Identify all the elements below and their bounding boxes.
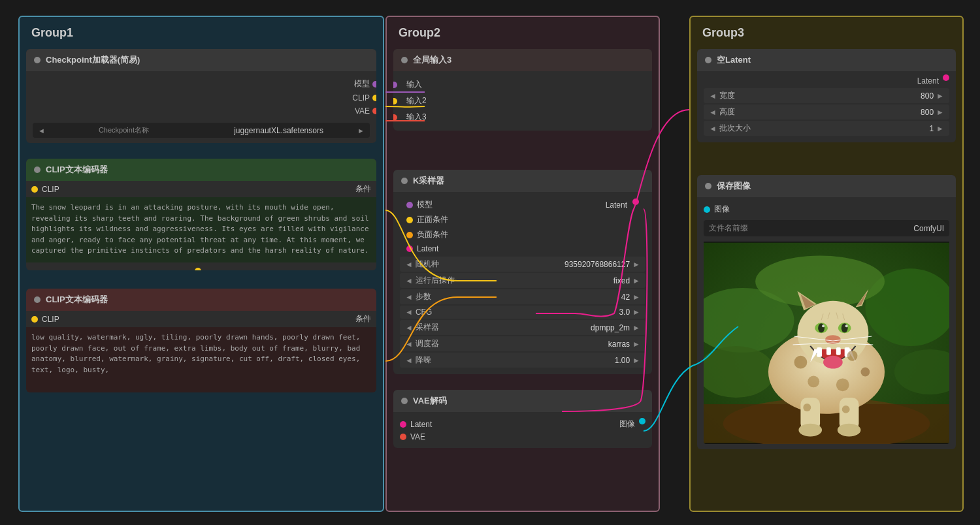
checkpoint-model-label: 模型 bbox=[354, 78, 370, 89]
save-image-node: 保存图像 图像 文件名前缀 ComfyUI bbox=[697, 175, 956, 449]
vae-vae-indicator bbox=[400, 434, 406, 440]
group3: Group3 空Latent Latent ◄ 宽度 800 ► bbox=[689, 16, 964, 512]
global-input-header: 全局输入3 bbox=[393, 49, 652, 71]
ksampler-pos-indicator bbox=[406, 217, 413, 223]
cfg-label: CFG bbox=[416, 308, 619, 317]
checkpoint-model-port[interactable] bbox=[372, 81, 376, 88]
clip-neg-header: CLIP文本编码器 bbox=[26, 289, 376, 311]
scheduler-value: karras bbox=[608, 340, 630, 349]
seed-right-arrow[interactable]: ► bbox=[632, 260, 640, 269]
filename-prefix-label: 文件名前缀 bbox=[709, 223, 826, 234]
global-in2-port[interactable] bbox=[393, 98, 397, 104]
scheduler-right-arrow[interactable]: ► bbox=[632, 340, 640, 349]
sampler-right-arrow[interactable]: ► bbox=[632, 323, 640, 332]
latent-width-row: ◄ 宽度 800 ► bbox=[704, 88, 949, 103]
batch-left-arrow[interactable]: ◄ bbox=[709, 124, 717, 133]
selector-label: Checkpoint名称 bbox=[49, 125, 199, 135]
cfg-left-arrow[interactable]: ◄ bbox=[405, 308, 413, 317]
latent-height-row: ◄ 高度 800 ► bbox=[704, 104, 949, 119]
svg-point-20 bbox=[825, 335, 841, 344]
height-left-arrow[interactable]: ◄ bbox=[709, 108, 717, 117]
vae-decode-header: VAE解码 bbox=[393, 390, 652, 412]
vae-decode-dot bbox=[401, 398, 408, 404]
denoise-right-arrow[interactable]: ► bbox=[632, 356, 640, 365]
scheduler-left-arrow[interactable]: ◄ bbox=[405, 340, 413, 349]
vae-vae-row: VAE bbox=[400, 431, 645, 443]
group2-title: Group2 bbox=[393, 24, 652, 42]
clip-neg-node: CLIP文本编码器 CLIP 条件 low quality, watermark… bbox=[26, 289, 376, 392]
svg-point-5 bbox=[755, 255, 885, 307]
svg-point-19 bbox=[845, 325, 848, 327]
save-image-header: 保存图像 bbox=[697, 175, 956, 197]
denoise-value: 1.00 bbox=[615, 356, 630, 365]
sampler-left-arrow[interactable]: ◄ bbox=[405, 323, 413, 332]
latent-batch-row: ◄ 批次大小 1 ► bbox=[704, 121, 949, 136]
ksampler-cfg-row: ◄ CFG 3.0 ► bbox=[400, 306, 645, 319]
vae-decode-title: VAE解码 bbox=[413, 395, 447, 407]
svg-point-32 bbox=[860, 368, 870, 377]
ksampler-node: K采样器 模型 Latent 正面条件 bbox=[393, 170, 652, 374]
height-value: 800 bbox=[921, 108, 934, 117]
vae-image-out-port[interactable] bbox=[639, 418, 645, 424]
clip-pos-text[interactable]: The snow leopard is in an attacking post… bbox=[26, 197, 376, 262]
clip-neg-label: CLIP bbox=[42, 315, 59, 324]
clip-pos-title: CLIP文本编码器 bbox=[46, 164, 108, 176]
group2: Group2 全局输入3 输入 输入2 输入3 bbox=[385, 16, 660, 512]
latent-output-port[interactable] bbox=[943, 74, 949, 81]
checkpoint-clip-port[interactable] bbox=[372, 95, 376, 101]
latent-output-label: Latent bbox=[917, 76, 939, 86]
save-image-title: 保存图像 bbox=[717, 180, 751, 192]
clip-pos-condition: 条件 bbox=[355, 183, 371, 195]
ksampler-dot bbox=[401, 178, 408, 184]
ksampler-pos-label: 正面条件 bbox=[417, 214, 448, 225]
steps-right-arrow[interactable]: ► bbox=[632, 293, 640, 302]
svg-point-28 bbox=[794, 356, 808, 369]
checkpoint-vae-row: VAE bbox=[33, 104, 370, 118]
height-right-arrow[interactable]: ► bbox=[936, 108, 944, 117]
batch-value: 1 bbox=[929, 124, 934, 133]
save-filename-selector[interactable]: 文件名前缀 ComfyUI bbox=[704, 220, 949, 236]
vae-decode-node: VAE解码 Latent 图像 VAE bbox=[393, 390, 652, 448]
svg-point-30 bbox=[808, 375, 819, 387]
group1: Group1 Checkpoint加载器(简易) 模型 CLIP VAE bbox=[18, 16, 384, 512]
width-right-arrow[interactable]: ► bbox=[936, 91, 944, 101]
empty-latent-title: 空Latent bbox=[717, 54, 751, 66]
ksampler-latent-out-port[interactable] bbox=[632, 199, 639, 205]
checkpoint-clip-row: CLIP bbox=[33, 91, 370, 104]
checkpoint-selector[interactable]: ◄ Checkpoint名称 juggernautXL.safetensors … bbox=[33, 123, 370, 138]
batch-right-arrow[interactable]: ► bbox=[936, 124, 944, 133]
cfg-right-arrow[interactable]: ► bbox=[632, 308, 640, 317]
global-input-body: 输入 输入2 输入3 bbox=[393, 71, 652, 131]
ksampler-body: 模型 Latent 正面条件 负面条件 La bbox=[393, 192, 652, 374]
selector-right-arrow: ► bbox=[357, 127, 365, 135]
width-label: 宽度 bbox=[719, 90, 921, 101]
checkpoint-title: Checkpoint加载器(简易) bbox=[46, 54, 140, 66]
seed-left-arrow[interactable]: ◄ bbox=[405, 260, 413, 269]
clip-pos-label-row: CLIP bbox=[31, 185, 59, 194]
save-image-indicator bbox=[704, 206, 710, 213]
global-in1-port[interactable] bbox=[393, 82, 397, 88]
svg-rect-23 bbox=[836, 347, 841, 355]
after-right-arrow[interactable]: ► bbox=[632, 276, 640, 285]
steps-left-arrow[interactable]: ◄ bbox=[405, 293, 413, 302]
clip-neg-text[interactable]: low quality, watermark, ugly, tiling, po… bbox=[26, 327, 376, 392]
clip-pos-out-port[interactable] bbox=[195, 268, 201, 270]
ksampler-neg-row: 负面条件 bbox=[400, 227, 645, 242]
clip-pos-header: CLIP文本编码器 bbox=[26, 159, 376, 181]
ksampler-seed-row: ◄ 随机种 935920768866127 ► bbox=[400, 257, 645, 272]
width-left-arrow[interactable]: ◄ bbox=[709, 91, 717, 101]
after-left-arrow[interactable]: ◄ bbox=[405, 276, 413, 285]
empty-latent-dot bbox=[705, 57, 711, 63]
save-image-input-row: 图像 bbox=[704, 202, 949, 216]
seed-label: 随机种 bbox=[416, 259, 564, 270]
checkpoint-header: Checkpoint加载器(简易) bbox=[26, 49, 376, 71]
ksampler-model-label: 模型 bbox=[417, 199, 433, 210]
denoise-left-arrow[interactable]: ◄ bbox=[405, 356, 413, 365]
after-value: fixed bbox=[613, 276, 630, 285]
checkpoint-node: Checkpoint加载器(简易) 模型 CLIP VAE ◄ bbox=[26, 49, 376, 143]
checkpoint-dot bbox=[34, 57, 41, 63]
checkpoint-vae-port[interactable] bbox=[372, 108, 376, 114]
batch-label: 批次大小 bbox=[719, 123, 930, 134]
selector-value: juggernautXL.safetensors bbox=[204, 126, 353, 135]
global-in3-port[interactable] bbox=[393, 114, 397, 121]
